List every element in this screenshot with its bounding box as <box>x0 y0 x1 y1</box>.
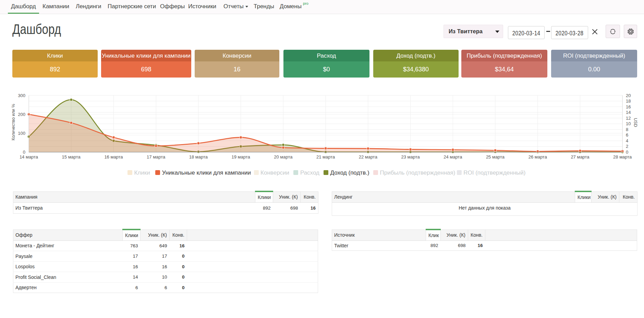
svg-text:20 марта: 20 марта <box>274 154 293 160</box>
svg-text:16 марта: 16 марта <box>104 154 123 160</box>
svg-text:USD: USD <box>633 118 638 127</box>
svg-text:200: 200 <box>18 112 25 117</box>
svg-text:300: 300 <box>18 93 25 98</box>
svg-text:8: 8 <box>626 127 628 132</box>
svg-text:18 марта: 18 марта <box>189 154 208 160</box>
svg-text:14: 14 <box>626 110 631 115</box>
svg-text:2: 2 <box>626 144 628 149</box>
svg-text:19 марта: 19 марта <box>231 154 250 160</box>
svg-text:17 марта: 17 марта <box>147 154 166 160</box>
svg-text:21 марта: 21 марта <box>316 154 335 160</box>
svg-text:15 марта: 15 марта <box>62 154 81 160</box>
svg-text:4: 4 <box>626 138 628 143</box>
svg-text:100: 100 <box>18 131 25 136</box>
svg-text:20: 20 <box>626 93 631 98</box>
svg-text:18: 18 <box>626 98 631 104</box>
svg-text:28 марта: 28 марта <box>613 154 632 160</box>
svg-text:16: 16 <box>626 104 631 109</box>
svg-text:14 марта: 14 марта <box>20 154 38 160</box>
svg-text:0: 0 <box>23 150 25 155</box>
svg-text:Количество или %: Количество или % <box>11 104 16 140</box>
svg-text:27 марта: 27 марта <box>571 154 590 160</box>
svg-text:6: 6 <box>626 132 628 138</box>
svg-text:26 марта: 26 марта <box>528 154 547 160</box>
svg-text:23 марта: 23 марта <box>401 154 420 160</box>
svg-text:22 марта: 22 марта <box>359 154 378 160</box>
svg-text:25 марта: 25 марта <box>486 154 505 160</box>
svg-text:12: 12 <box>626 116 631 121</box>
svg-text:24 марта: 24 марта <box>443 154 462 160</box>
svg-text:0: 0 <box>626 150 628 155</box>
svg-text:10: 10 <box>626 121 631 126</box>
